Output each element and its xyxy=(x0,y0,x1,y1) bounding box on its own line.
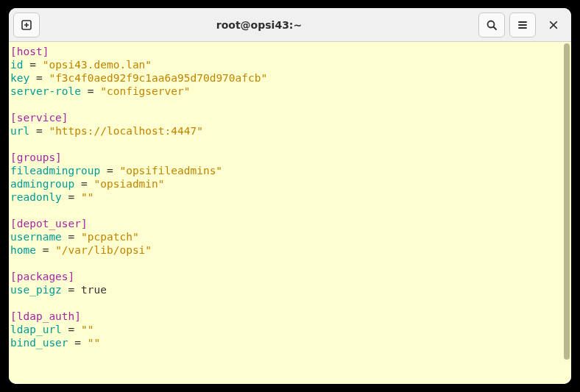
cfg-val: "" xyxy=(88,337,100,349)
cfg-val: "opsifileadmins" xyxy=(119,165,222,177)
cfg-key: fileadmingroup xyxy=(10,165,100,177)
section-service: [service] xyxy=(10,112,68,124)
cfg-key: home xyxy=(10,244,36,256)
cfg-key: ldap_url xyxy=(10,324,62,335)
new-tab-button[interactable] xyxy=(13,13,40,38)
cfg-val: "opsi43.demo.lan" xyxy=(43,59,152,71)
cfg-val: true xyxy=(81,284,107,296)
scrollbar-thumb[interactable] xyxy=(564,43,570,360)
cfg-val: "" xyxy=(81,191,93,203)
cfg-val: "" xyxy=(81,324,93,335)
cfg-key: use_pigz xyxy=(10,284,62,296)
cfg-val: "f3c4f0aed92f9c1aa6a95d70d970afcb" xyxy=(49,72,267,84)
cfg-val: "/var/lib/opsi" xyxy=(55,244,152,256)
cfg-key: url xyxy=(10,125,29,137)
svg-line-4 xyxy=(494,26,497,29)
close-button[interactable] xyxy=(540,13,567,38)
cfg-key: bind_user xyxy=(10,337,68,349)
titlebar: root@opsi43:~ xyxy=(9,8,571,42)
new-tab-icon xyxy=(21,19,32,31)
close-icon xyxy=(548,20,559,30)
terminal-window: root@opsi43:~ xyxy=(9,8,571,384)
cfg-key: admingroup xyxy=(10,178,74,190)
cfg-key: username xyxy=(10,231,62,243)
section-host: [host] xyxy=(10,46,49,57)
cfg-key: readonly xyxy=(10,191,62,203)
section-ldap-auth: [ldap_auth] xyxy=(10,310,81,322)
section-depot-user: [depot_user] xyxy=(10,218,88,229)
cfg-val: "opsiadmin" xyxy=(94,178,165,190)
menu-button[interactable] xyxy=(509,13,536,38)
search-button[interactable] xyxy=(478,13,505,38)
search-icon xyxy=(486,19,498,31)
cfg-val: "https://localhost:4447" xyxy=(49,125,203,137)
cfg-key: server-role xyxy=(10,85,81,97)
window-title: root@opsi43:~ xyxy=(44,19,474,31)
hamburger-icon xyxy=(517,19,528,31)
scrollbar[interactable] xyxy=(562,42,571,384)
cfg-key: id xyxy=(10,59,23,71)
section-groups: [groups] xyxy=(10,152,62,163)
cfg-val: "pcpatch" xyxy=(81,231,139,243)
terminal-content[interactable]: [host] id = "opsi43.demo.lan" key = "f3c… xyxy=(9,42,562,384)
cfg-key: key xyxy=(10,72,29,84)
section-packages: [packages] xyxy=(10,271,74,282)
cfg-val: "configserver" xyxy=(100,85,190,97)
